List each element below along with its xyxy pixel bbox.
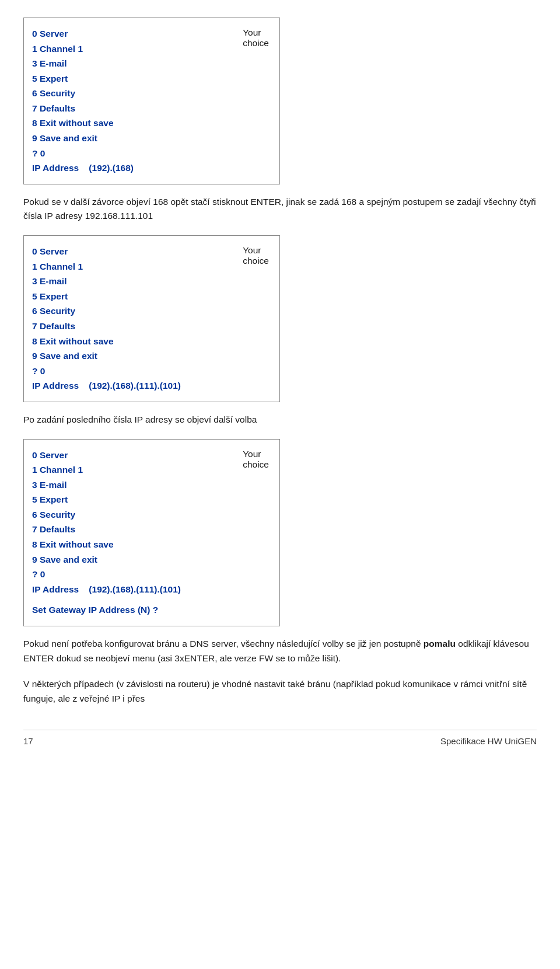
menu-left-2: 0 Server 1 Channel 1 3 E-mail 5 Expert 6… [32, 244, 225, 364]
menu-item-8-exit-1: 8 Exit without save [32, 116, 225, 131]
menu-item-6-security-3: 6 Security [32, 507, 225, 522]
menu-item-9-save-3: 9 Save and exit [32, 552, 225, 567]
menu-item-9-save-1: 9 Save and exit [32, 131, 225, 146]
menu-item-7-defaults-2: 7 Defaults [32, 319, 225, 334]
menu-question-3: ? 0 [32, 567, 269, 582]
menu-left-3: 0 Server 1 Channel 1 3 E-mail 5 Expert 6… [32, 448, 225, 567]
your-choice-3: Your choice [225, 448, 269, 470]
menu-item-8-exit-3: 8 Exit without save [32, 537, 225, 552]
your-choice-your-2: Your [243, 245, 269, 256]
menu-box-2: 0 Server 1 Channel 1 3 E-mail 5 Expert 6… [23, 235, 280, 402]
your-choice-label-1: choice [243, 38, 269, 48]
your-choice-your-3: Your [243, 449, 269, 459]
menu-item-3-email-3: 3 E-mail [32, 477, 225, 493]
menu-question-2: ? 0 [32, 364, 269, 379]
menu-ip-2: IP Address (192).(168).(111).(101) [32, 378, 269, 393]
menu-item-7-defaults-1: 7 Defaults [32, 101, 225, 116]
menu-item-5-expert-2: 5 Expert [32, 289, 225, 304]
menu-content-1: 0 Server 1 Channel 1 3 E-mail 5 Expert 6… [32, 26, 269, 146]
menu-box-1: 0 Server 1 Channel 1 3 E-mail 5 Expert 6… [23, 18, 280, 184]
your-choice-label-3: choice [243, 459, 269, 470]
menu-item-1-channel-3: 1 Channel 1 [32, 462, 225, 477]
menu-gateway-3: Set Gateway IP Address (N) ? [32, 602, 269, 618]
menu-item-1-channel-1: 1 Channel 1 [32, 41, 225, 57]
your-choice-2: Your choice [225, 244, 269, 266]
menu-item-0-server-1: 0 Server [32, 26, 225, 41]
menu-item-0-server-2: 0 Server [32, 244, 225, 259]
menu-item-1-channel-2: 1 Channel 1 [32, 259, 225, 274]
menu-item-6-security-2: 6 Security [32, 304, 225, 319]
menu-content-2: 0 Server 1 Channel 1 3 E-mail 5 Expert 6… [32, 244, 269, 364]
description-4: V některých případech (v závislosti na r… [23, 677, 537, 706]
menu-item-3-email-1: 3 E-mail [32, 56, 225, 71]
page-footer: 17 Specifikace HW UniGEN [23, 730, 537, 746]
menu-item-5-expert-1: 5 Expert [32, 71, 225, 86]
menu-box-3: 0 Server 1 Channel 1 3 E-mail 5 Expert 6… [23, 439, 280, 626]
description-3-bold: pomalu [424, 639, 456, 649]
page-number: 17 [23, 736, 33, 746]
menu-left-1: 0 Server 1 Channel 1 3 E-mail 5 Expert 6… [32, 26, 225, 146]
doc-title: Specifikace HW UniGEN [440, 736, 537, 746]
menu-item-9-save-2: 9 Save and exit [32, 348, 225, 364]
menu-question-1: ? 0 [32, 146, 269, 161]
description-1: Pokud se v další závorce objeví 168 opět… [23, 195, 537, 224]
description-3: Pokud není potřeba konfigurovat bránu a … [23, 637, 537, 666]
your-choice-your-1: Your [243, 27, 269, 38]
menu-ip-1: IP Address (192).(168) [32, 161, 269, 176]
description-2: Po zadání posledního čísla IP adresy se … [23, 413, 537, 427]
your-choice-1: Your choice [225, 26, 269, 48]
menu-item-6-security-1: 6 Security [32, 86, 225, 101]
menu-item-5-expert-3: 5 Expert [32, 492, 225, 507]
menu-item-0-server-3: 0 Server [32, 448, 225, 463]
menu-ip-3: IP Address (192).(168).(111).(101) [32, 582, 269, 597]
menu-item-8-exit-2: 8 Exit without save [32, 334, 225, 349]
menu-item-3-email-2: 3 E-mail [32, 274, 225, 289]
your-choice-label-2: choice [243, 256, 269, 266]
menu-item-7-defaults-3: 7 Defaults [32, 522, 225, 537]
menu-content-3: 0 Server 1 Channel 1 3 E-mail 5 Expert 6… [32, 448, 269, 567]
